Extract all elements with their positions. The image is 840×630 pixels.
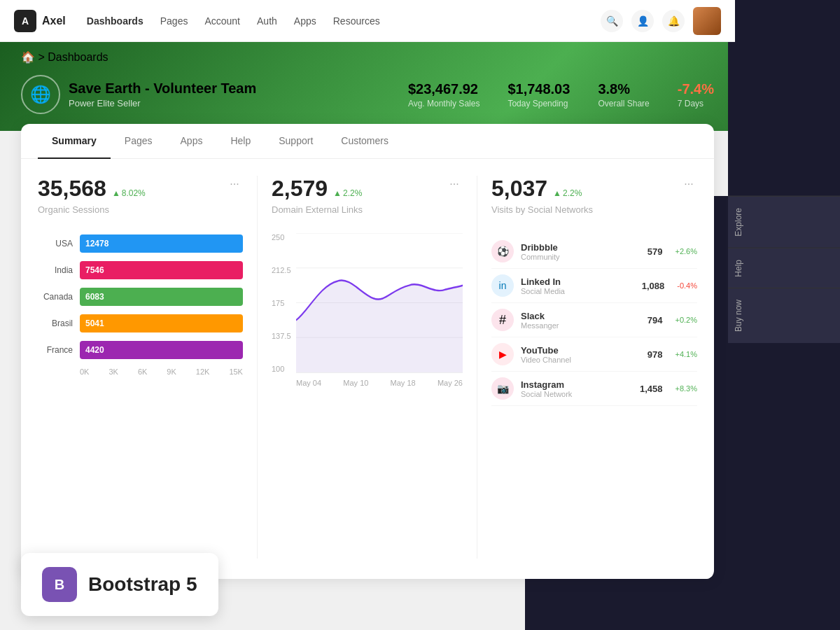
main-dashboard-card: Summary Pages Apps Help Support Customer… xyxy=(21,124,714,579)
stat-label: Avg. Monthly Sales xyxy=(408,99,480,108)
tab-apps[interactable]: Apps xyxy=(167,124,217,159)
metric-value-row: 5,037 ▲ 2.2% xyxy=(491,176,593,202)
nav-account[interactable]: Account xyxy=(204,15,240,27)
stat-today-spending: $1,748.03 Today Spending xyxy=(507,81,570,108)
nav-links: Dashboards Pages Account Auth Apps Resou… xyxy=(87,15,580,27)
tab-summary[interactable]: Summary xyxy=(38,124,111,159)
country-label: India xyxy=(38,265,73,275)
domain-links-label: Domain External Links xyxy=(272,204,363,215)
nav-right-icons: 🔍 👤 🔔 xyxy=(601,7,721,35)
social-item-instagram: 📷 Instagram Social Network 1,458 +8.3% xyxy=(491,372,697,406)
bootstrap-watermark: B Bootstrap 5 xyxy=(21,553,218,616)
dribbble-icon: ⚽ xyxy=(491,240,514,262)
social-info: Dribbble Community xyxy=(521,242,640,261)
more-options-btn[interactable]: ··· xyxy=(226,176,243,192)
social-visits-change: ▲ 2.2% xyxy=(553,188,582,198)
stat-monthly-sales: $23,467.92 Avg. Monthly Sales xyxy=(408,81,480,108)
metric-info: 2,579 ▲ 2.2% Domain External Links xyxy=(272,176,363,229)
metric-value-row: 2,579 ▲ 2.2% xyxy=(272,176,363,202)
tab-pages[interactable]: Pages xyxy=(111,124,167,159)
nav-resources[interactable]: Resources xyxy=(333,15,380,27)
profile-icon[interactable]: 👤 xyxy=(631,10,654,32)
help-btn[interactable]: Help xyxy=(728,248,840,288)
bar-india: 7546 xyxy=(80,261,243,279)
social-type: Community xyxy=(521,253,640,261)
logo-text: Axel xyxy=(42,15,66,27)
tab-customers[interactable]: Customers xyxy=(327,124,402,159)
metric-value-row: 35,568 ▲ 8.02% xyxy=(38,176,146,202)
bar-row-france: France 4420 xyxy=(38,341,243,359)
search-button[interactable]: 🔍 xyxy=(601,10,623,32)
social-info: Instagram Social Network xyxy=(521,379,633,398)
social-item-youtube: ▶ YouTube Video Channel 978 +4.1% xyxy=(491,337,697,372)
social-visits-label: Visits by Social Networks xyxy=(491,204,593,215)
social-item-linkedin: in Linked In Social Media 1,088 -0.4% xyxy=(491,269,697,303)
organic-sessions-label: Organic Sessions xyxy=(38,204,146,215)
bar-row-canada: Canada 6083 xyxy=(38,288,243,306)
social-count: 1,088 xyxy=(642,281,665,291)
metric-info: 5,037 ▲ 2.2% Visits by Social Networks xyxy=(491,176,593,229)
slack-icon: # xyxy=(491,309,514,331)
domain-links-value: 2,579 xyxy=(272,176,328,202)
avatar-image xyxy=(693,7,721,35)
stat-7days: -7.4% 7 Days xyxy=(678,81,714,108)
user-avatar[interactable] xyxy=(693,7,721,35)
buy-btn[interactable]: Buy now xyxy=(728,288,840,343)
social-networks-section: 5,037 ▲ 2.2% Visits by Social Networks ·… xyxy=(477,176,697,559)
banner-area: 🏠 > Dashboards 🌐 Save Earth - Volunteer … xyxy=(0,42,735,131)
stat-value: -7.4% xyxy=(678,81,714,97)
social-count: 1,458 xyxy=(640,384,663,394)
metric-header-row: 5,037 ▲ 2.2% Visits by Social Networks ·… xyxy=(491,176,697,229)
stat-overall-share: 3.8% Overall Share xyxy=(598,81,649,108)
organic-sessions-change: ▲ 8.02% xyxy=(112,188,146,198)
chart-x-labels: May 04 May 10 May 18 May 26 xyxy=(296,379,463,387)
social-type: Social Network xyxy=(521,390,633,398)
explore-btn[interactable]: Explore xyxy=(728,196,840,248)
tab-help[interactable]: Help xyxy=(216,124,265,159)
social-count: 579 xyxy=(648,246,663,257)
bar-usa: 12478 xyxy=(80,234,243,253)
instagram-icon: 📷 xyxy=(491,377,514,400)
social-name: Slack xyxy=(521,311,640,321)
bar-row-usa: USA 12478 xyxy=(38,234,243,253)
stat-value: 3.8% xyxy=(598,81,649,97)
right-panel: Explore Help Buy now xyxy=(728,0,840,630)
content-area: A Axel Dashboards Pages Account Auth App… xyxy=(0,0,735,630)
social-info: Linked In Social Media xyxy=(521,276,635,295)
youtube-icon: ▶ xyxy=(491,343,514,365)
breadcrumb-current: Dashboards xyxy=(48,51,108,63)
more-options-btn[interactable]: ··· xyxy=(680,176,697,192)
social-network-list: ⚽ Dribbble Community 579 +2.6% in Linke xyxy=(491,234,697,406)
home-icon: 🏠 xyxy=(21,51,35,63)
notification-icon[interactable]: 🔔 xyxy=(662,10,685,32)
tab-support[interactable]: Support xyxy=(265,124,327,159)
bootstrap-text: Bootstrap 5 xyxy=(88,573,197,596)
social-count: 978 xyxy=(648,349,663,360)
bar-row-brasil: Brasil 5041 xyxy=(38,314,243,332)
top-navigation: A Axel Dashboards Pages Account Auth App… xyxy=(0,0,735,42)
social-type: Video Channel xyxy=(521,356,640,364)
social-info: Slack Messanger xyxy=(521,311,640,330)
more-options-btn[interactable]: ··· xyxy=(446,176,463,192)
stat-label: Overall Share xyxy=(598,99,649,108)
logo[interactable]: A Axel xyxy=(14,10,66,32)
linkedin-icon: in xyxy=(491,274,514,297)
social-type: Social Media xyxy=(521,287,635,295)
organic-sessions-value: 35,568 xyxy=(38,176,106,202)
bar-france: 4420 xyxy=(80,341,243,359)
banner-stats: $23,467.92 Avg. Monthly Sales $1,748.03 … xyxy=(408,81,714,108)
country-label: Brasil xyxy=(38,318,73,328)
nav-apps[interactable]: Apps xyxy=(294,15,316,27)
metric-header-row: 35,568 ▲ 8.02% Organic Sessions ··· xyxy=(38,176,243,229)
breadcrumb: 🏠 > Dashboards xyxy=(0,42,735,64)
bar-brasil: 5041 xyxy=(80,314,243,332)
social-info: YouTube Video Channel xyxy=(521,345,640,364)
domain-links-change: ▲ 2.2% xyxy=(333,188,362,198)
nav-dashboards[interactable]: Dashboards xyxy=(87,15,144,27)
nav-pages[interactable]: Pages xyxy=(160,15,188,27)
metric-header-row: 2,579 ▲ 2.2% Domain External Links ··· xyxy=(272,176,463,229)
social-name: Dribbble xyxy=(521,242,640,253)
social-change: +8.3% xyxy=(676,384,698,393)
nav-auth[interactable]: Auth xyxy=(257,15,277,27)
chart-y-labels: 250 212.5 175 137.5 100 xyxy=(272,233,291,373)
